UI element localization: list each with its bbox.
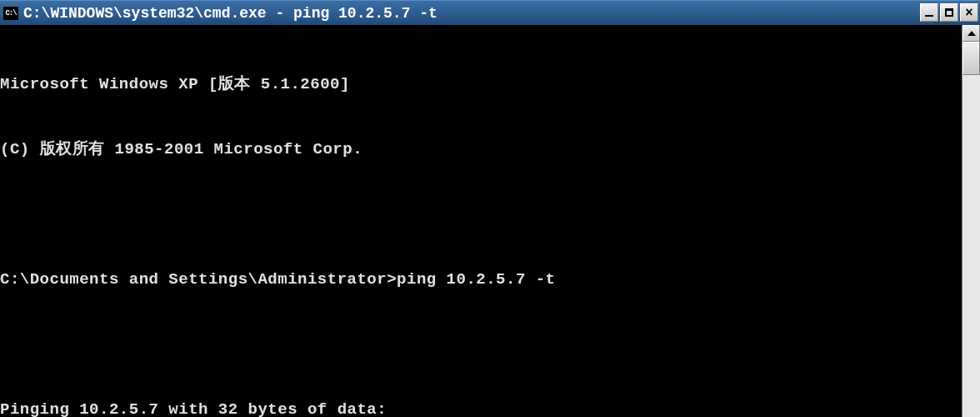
- terminal-line: [0, 203, 962, 225]
- vertical-scrollbar[interactable]: [962, 25, 980, 417]
- close-button[interactable]: ×: [960, 3, 978, 22]
- window-titlebar[interactable]: C:\ C:\WINDOWS\system32\cmd.exe - ping 1…: [0, 0, 980, 25]
- scroll-track[interactable]: [962, 42, 980, 417]
- maximize-button[interactable]: [940, 3, 958, 22]
- minimize-button[interactable]: [920, 3, 938, 22]
- scroll-up-button[interactable]: [962, 25, 980, 42]
- app-icon: C:\: [3, 7, 18, 20]
- terminal-line: [0, 334, 962, 355]
- terminal-output[interactable]: Microsoft Windows XP [版本 5.1.2600] (C) 版…: [0, 25, 962, 417]
- window-controls: ×: [920, 3, 978, 22]
- window-title: C:\WINDOWS\system32\cmd.exe - ping 10.2.…: [23, 5, 438, 22]
- terminal-line: Microsoft Windows XP [版本 5.1.2600]: [0, 73, 962, 95]
- client-area: Microsoft Windows XP [版本 5.1.2600] (C) 版…: [0, 25, 980, 417]
- terminal-line: C:\Documents and Settings\Administrator>…: [0, 269, 962, 290]
- scroll-thumb[interactable]: [962, 42, 980, 75]
- terminal-line: Pinging 10.2.5.7 with 32 bytes of data:: [0, 399, 962, 417]
- terminal-line: (C) 版权所有 1985-2001 Microsoft Corp.: [0, 138, 962, 160]
